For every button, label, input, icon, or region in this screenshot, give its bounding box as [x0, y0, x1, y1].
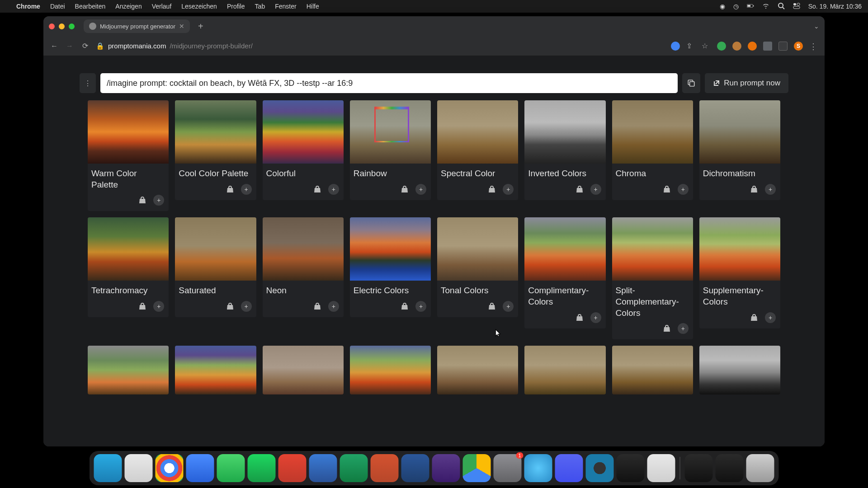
style-thumbnail[interactable] [612, 100, 693, 164]
weight-button[interactable] [749, 184, 760, 195]
style-thumbnail[interactable] [88, 346, 169, 394]
dock-chrome[interactable] [156, 454, 184, 482]
dock-zoom[interactable] [186, 454, 214, 482]
dock-app-circle[interactable] [524, 454, 552, 482]
style-card[interactable] [437, 346, 518, 394]
weight-button[interactable] [312, 301, 323, 312]
style-thumbnail[interactable] [612, 217, 693, 281]
menubar-clock[interactable]: So. 19. März 10:36 [808, 3, 862, 10]
forward-button[interactable]: → [65, 42, 74, 51]
dock-finder[interactable] [94, 454, 122, 482]
menu-lesezeichen[interactable]: Lesezeichen [181, 3, 217, 10]
weight-button[interactable] [312, 184, 323, 195]
profile-avatar[interactable]: S [794, 42, 803, 51]
dock-minimized-window[interactable] [716, 454, 744, 482]
weight-button[interactable] [137, 195, 148, 206]
address-bar[interactable]: 🔒 promptomania.com/midjourney-prompt-bui… [96, 42, 665, 50]
dock-word[interactable] [401, 454, 429, 482]
menu-tab[interactable]: Tab [255, 3, 265, 10]
style-card[interactable]: Chroma+ [612, 100, 693, 200]
style-thumbnail[interactable] [88, 100, 169, 164]
extension-shield-icon[interactable] [717, 42, 726, 51]
add-style-button[interactable]: + [765, 312, 776, 323]
dock-excel[interactable] [340, 454, 368, 482]
style-card[interactable]: Tonal Colors+ [437, 217, 518, 317]
style-card[interactable]: Neon+ [263, 217, 344, 317]
prompt-menu-button[interactable]: ⋮ [80, 73, 96, 93]
style-card[interactable]: Saturated+ [175, 217, 256, 317]
wifi-icon[interactable] [762, 2, 769, 11]
style-card[interactable]: Cool Color Palette+ [175, 100, 256, 200]
dock-minimized-window[interactable] [685, 454, 713, 482]
close-window-button[interactable] [49, 23, 55, 29]
tabs-dropdown-icon[interactable]: ⌄ [814, 23, 819, 30]
style-card[interactable] [263, 346, 344, 394]
add-style-button[interactable]: + [241, 301, 252, 312]
new-tab-button[interactable]: + [194, 21, 207, 32]
add-style-button[interactable]: + [328, 301, 339, 312]
tab-close-button[interactable]: ✕ [179, 23, 184, 30]
style-card[interactable]: Rainbow+ [350, 100, 431, 200]
add-style-button[interactable]: + [328, 184, 339, 195]
style-thumbnail[interactable] [699, 217, 780, 281]
record-icon[interactable]: ◉ [720, 3, 725, 10]
dock-whatsapp[interactable] [217, 454, 245, 482]
style-card[interactable] [524, 346, 605, 394]
add-style-button[interactable]: + [153, 301, 164, 312]
style-thumbnail[interactable] [699, 100, 780, 164]
dock-spotify[interactable] [248, 454, 276, 482]
chrome-menu-button[interactable]: ⋮ [809, 42, 818, 51]
dock-trash[interactable] [746, 454, 774, 482]
menu-verlauf[interactable]: Verlauf [152, 3, 172, 10]
style-thumbnail[interactable] [612, 346, 693, 394]
add-style-button[interactable]: + [503, 184, 514, 195]
style-card[interactable]: Split-Complementary-Colors+ [612, 217, 693, 339]
clock-icon[interactable]: ◷ [733, 3, 739, 10]
dock-settings[interactable]: 1 [494, 454, 522, 482]
extension-icon-b[interactable] [748, 42, 757, 51]
weight-button[interactable] [399, 184, 410, 195]
menu-hilfe[interactable]: Hilfe [307, 3, 319, 10]
style-card[interactable] [175, 346, 256, 394]
style-thumbnail[interactable] [350, 217, 431, 281]
dock-quicktime[interactable] [586, 454, 614, 482]
dock-powerpoint[interactable] [371, 454, 399, 482]
style-thumbnail[interactable] [350, 100, 431, 164]
sidepanel-icon[interactable] [778, 42, 788, 51]
prompt-input[interactable]: /imagine prompt: cocktail on beach, by W… [100, 73, 678, 93]
run-prompt-button[interactable]: Run prompt now [705, 73, 788, 93]
back-button[interactable]: ← [50, 42, 59, 51]
style-card[interactable]: Warm Color Palette+ [88, 100, 169, 211]
menu-fenster[interactable]: Fenster [275, 3, 296, 10]
style-thumbnail[interactable] [263, 217, 344, 281]
dock-imovie[interactable] [432, 454, 460, 482]
extension-google-icon[interactable] [671, 42, 680, 51]
style-card[interactable] [612, 346, 693, 394]
battery-icon[interactable] [747, 2, 754, 11]
add-style-button[interactable]: + [590, 312, 601, 323]
menu-datei[interactable]: Datei [50, 3, 65, 10]
style-thumbnail[interactable] [175, 217, 256, 281]
style-thumbnail[interactable] [437, 346, 518, 394]
dock-trello[interactable] [309, 454, 337, 482]
weight-button[interactable] [225, 184, 236, 195]
style-card[interactable]: Inverted Colors+ [524, 100, 605, 200]
style-card[interactable] [350, 346, 431, 394]
weight-button[interactable] [749, 312, 760, 323]
style-thumbnail[interactable] [699, 346, 780, 394]
weight-button[interactable] [574, 312, 585, 323]
bookmark-star-icon[interactable]: ☆ [702, 42, 711, 51]
style-thumbnail[interactable] [524, 100, 605, 164]
reload-button[interactable]: ⟳ [80, 42, 90, 51]
style-thumbnail[interactable] [175, 346, 256, 394]
style-thumbnail[interactable] [524, 217, 605, 281]
menubar-app-name[interactable]: Chrome [16, 3, 40, 10]
maximize-window-button[interactable] [69, 23, 75, 29]
style-card[interactable]: Tetrachromacy+ [88, 217, 169, 317]
style-thumbnail[interactable] [350, 346, 431, 394]
style-thumbnail[interactable] [88, 217, 169, 281]
style-card[interactable]: Colorful+ [263, 100, 344, 200]
add-style-button[interactable]: + [765, 184, 776, 195]
style-card[interactable]: Supplementary-Colors+ [699, 217, 780, 328]
menu-anzeigen[interactable]: Anzeigen [115, 3, 142, 10]
